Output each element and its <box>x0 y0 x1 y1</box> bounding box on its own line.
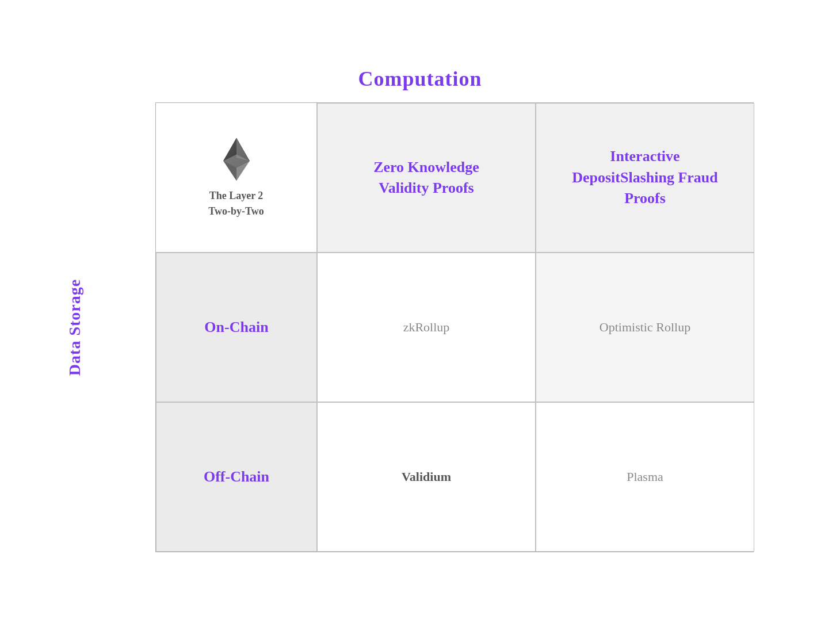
offchain-label: Off-Chain <box>204 467 269 487</box>
validium-label: Validium <box>402 469 451 484</box>
cell-header-zk: Zero KnowledgeValidity Proofs <box>317 103 536 253</box>
cell-zkrollup: zkRollup <box>317 253 536 402</box>
cell-optimistic-rollup: Optimistic Rollup <box>536 253 754 402</box>
onchain-label: On-Chain <box>204 317 268 338</box>
logo-text: The Layer 2 Two-by-Two <box>208 188 264 219</box>
cell-row-offchain: Off-Chain <box>156 402 317 552</box>
computation-title: Computation <box>358 67 482 91</box>
grid-area: The Layer 2 Two-by-Two Zero KnowledgeVal… <box>155 102 754 552</box>
grid-wrapper: Data Storage <box>86 102 754 552</box>
cell-validium: Validium <box>317 402 536 552</box>
vertical-label-wrapper: Data Storage <box>86 103 121 552</box>
cell-plasma: Plasma <box>536 402 754 552</box>
interactive-header-label: InteractiveDepositSlashing FraudProofs <box>572 146 718 209</box>
cell-row-onchain: On-Chain <box>156 253 317 402</box>
cell-header-interactive: InteractiveDepositSlashing FraudProofs <box>536 103 754 253</box>
content-wrapper: Computation Data Storage <box>86 67 754 552</box>
zk-header-label: Zero KnowledgeValidity Proofs <box>373 157 479 199</box>
svg-marker-5 <box>236 137 250 161</box>
data-storage-label: Data Storage <box>66 279 84 376</box>
page-wrapper: Computation Data Storage <box>0 0 840 619</box>
ethereum-icon <box>216 136 257 182</box>
zkrollup-label: zkRollup <box>403 320 450 335</box>
cell-logo: The Layer 2 Two-by-Two <box>156 103 317 253</box>
optimistic-rollup-label: Optimistic Rollup <box>600 320 690 335</box>
plasma-label: Plasma <box>627 469 663 484</box>
